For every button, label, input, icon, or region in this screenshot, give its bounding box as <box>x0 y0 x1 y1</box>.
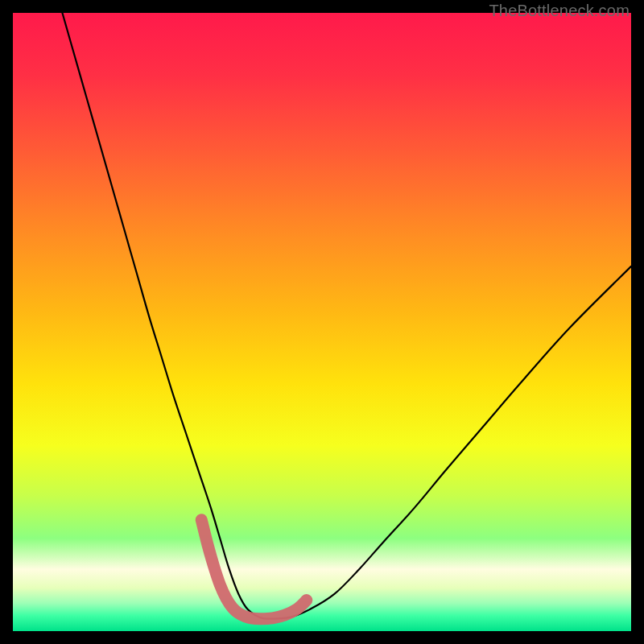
gradient-background <box>13 13 631 631</box>
chart-frame: TheBottleneck.com <box>0 0 644 644</box>
chart-svg <box>13 13 631 631</box>
watermark-label: TheBottleneck.com <box>489 2 630 20</box>
plot-area <box>13 13 631 631</box>
